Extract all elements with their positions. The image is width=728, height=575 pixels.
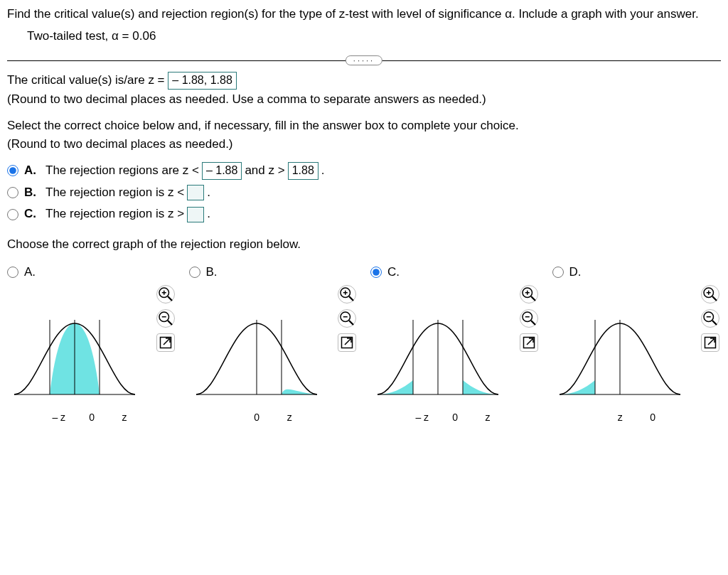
- zoom-in-icon[interactable]: [520, 285, 538, 303]
- critical-value-input[interactable]: – 1.88, 1.88: [168, 72, 237, 90]
- choice-c-letter: C.: [24, 205, 37, 223]
- graph-a-label-negz: – z: [52, 410, 65, 424]
- divider-handle-icon[interactable]: ·····: [346, 55, 382, 65]
- open-external-icon[interactable]: [338, 333, 356, 352]
- graph-c-label-negz: – z: [415, 410, 429, 424]
- graph-option-b: B. 0 z: [189, 264, 358, 425]
- svg-line-13: [349, 296, 353, 301]
- graph-a-radio[interactable]: [7, 267, 18, 278]
- choice-b-letter: B.: [24, 184, 37, 202]
- graph-d-letter: D.: [569, 264, 582, 281]
- svg-line-40: [712, 321, 717, 325]
- question-prompt: Find the critical value(s) and rejection…: [7, 6, 721, 23]
- graph-d-label-z: z: [614, 410, 626, 424]
- graph-c-label-z: z: [481, 410, 494, 424]
- choice-c-text-pre: The rejection region is z >: [46, 205, 184, 223]
- svg-line-1: [168, 296, 172, 301]
- svg-line-17: [349, 321, 353, 325]
- question-params: Two-tailed test, α = 0.06: [27, 28, 721, 45]
- choice-a-text-post: .: [321, 162, 325, 180]
- graph-b-label-z: z: [283, 410, 296, 424]
- critical-value-label: The critical value(s) is/are z =: [7, 73, 165, 87]
- graph-b-label-0: 0: [250, 410, 263, 424]
- graph-c-letter: C.: [387, 264, 400, 281]
- graph-c-curve: [370, 302, 505, 409]
- graph-a-letter: A.: [24, 264, 36, 281]
- choice-b-radio[interactable]: [7, 187, 18, 198]
- zoom-out-icon[interactable]: [520, 309, 538, 328]
- choice-a-text-mid: and z >: [245, 162, 284, 180]
- graph-b-curve: [189, 302, 324, 409]
- graph-a-label-z: z: [118, 410, 131, 424]
- graph-d-curve: [552, 302, 687, 409]
- open-external-icon[interactable]: [520, 333, 538, 352]
- graph-c-radio[interactable]: [370, 267, 382, 278]
- choice-a-input-1[interactable]: – 1.88: [202, 162, 242, 180]
- choice-c-input[interactable]: [187, 207, 204, 222]
- choice-b-text-post: .: [207, 184, 210, 202]
- graph-option-a: A. – z 0 z: [7, 264, 176, 425]
- select-round-hint: (Round to two decimal places as needed.): [7, 136, 721, 154]
- graph-option-d: D. z 0: [552, 264, 722, 425]
- graph-d-label-0: 0: [646, 410, 659, 424]
- graph-b-letter: B.: [206, 264, 218, 281]
- choice-a-text-pre: The rejection regions are z <: [46, 162, 199, 180]
- choice-a-letter: A.: [24, 162, 37, 180]
- zoom-in-icon[interactable]: [338, 285, 356, 303]
- zoom-out-icon[interactable]: [701, 309, 719, 328]
- critical-value-hint: (Round to two decimal places as needed. …: [7, 91, 721, 109]
- choice-b-text-pre: The rejection region is z <: [46, 184, 184, 202]
- svg-line-28: [531, 321, 535, 325]
- zoom-out-icon[interactable]: [156, 309, 175, 328]
- select-instruction: Select the correct choice below and, if …: [7, 117, 721, 135]
- graph-a-label-0: 0: [85, 410, 98, 424]
- zoom-in-icon[interactable]: [701, 285, 719, 303]
- choice-b-input[interactable]: [187, 185, 204, 200]
- svg-line-24: [531, 296, 535, 301]
- graph-c-label-0: 0: [449, 410, 461, 424]
- open-external-icon[interactable]: [156, 333, 175, 352]
- graph-d-radio[interactable]: [552, 267, 564, 278]
- graph-a-curve: [7, 302, 142, 409]
- graph-option-c: C. – z 0: [370, 264, 540, 425]
- section-divider[interactable]: ·····: [7, 55, 721, 66]
- zoom-out-icon[interactable]: [338, 309, 356, 328]
- svg-line-5: [168, 321, 172, 325]
- open-external-icon[interactable]: [701, 333, 719, 352]
- graph-prompt: Choose the correct graph of the rejectio…: [7, 236, 721, 254]
- graph-b-radio[interactable]: [189, 267, 200, 278]
- choice-c-radio[interactable]: [7, 209, 18, 220]
- choice-c-text-post: .: [207, 205, 210, 223]
- choice-a-input-2[interactable]: 1.88: [288, 162, 318, 180]
- zoom-in-icon[interactable]: [156, 285, 175, 303]
- svg-line-36: [712, 296, 717, 301]
- choice-a-radio[interactable]: [7, 165, 18, 176]
